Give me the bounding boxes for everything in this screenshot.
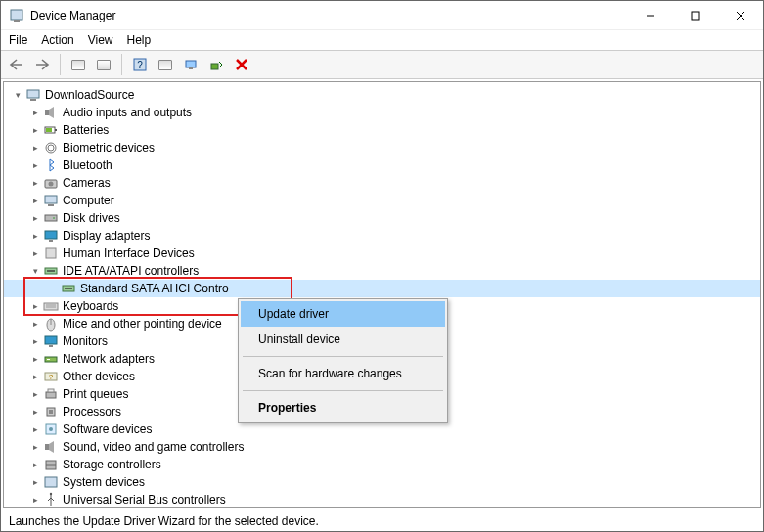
properties-button[interactable]	[92, 53, 115, 76]
device-category-icon	[43, 333, 59, 349]
svg-rect-3	[692, 12, 699, 20]
forward-button[interactable]	[30, 53, 54, 76]
tree-item-label: IDE ATA/ATAPI controllers	[63, 264, 199, 278]
tree-item[interactable]: ▸Sound, video and game controllers	[4, 438, 760, 456]
ctx-properties[interactable]: Properties	[241, 395, 445, 421]
scan-hardware-button[interactable]	[179, 53, 202, 76]
tree-item[interactable]: ▸Bluetooth	[4, 156, 760, 174]
chevron-right-icon[interactable]: ▸	[29, 388, 41, 400]
tree-item-label: Biometric devices	[63, 141, 155, 155]
tree-item-label: Audio inputs and outputs	[63, 106, 192, 119]
device-category-icon	[43, 122, 59, 138]
chevron-right-icon[interactable]: ▸	[29, 107, 41, 118]
tree-item-label: Bluetooth	[63, 158, 112, 172]
chevron-right-icon[interactable]: ▸	[29, 459, 41, 470]
chevron-down-icon[interactable]: ▾	[29, 265, 41, 277]
device-category-icon	[43, 404, 59, 420]
tree-item-label: Mice and other pointing device	[63, 317, 222, 331]
chevron-right-icon[interactable]: ▸	[29, 353, 41, 365]
tree-item-label: Universal Serial Bus controllers	[63, 493, 226, 507]
svg-rect-14	[30, 99, 36, 101]
svg-rect-45	[46, 392, 56, 398]
tree-item[interactable]: ▾IDE ATA/ATAPI controllers	[4, 262, 760, 280]
tree-root-label: DownloadSource	[45, 88, 134, 102]
chevron-right-icon[interactable]: ▸	[29, 441, 41, 453]
tree-item[interactable]: ▸Human Interface Devices	[4, 244, 760, 262]
back-button[interactable]	[5, 53, 28, 76]
tree-item-label: Software devices	[63, 422, 152, 436]
app-icon	[9, 8, 24, 23]
status-text: Launches the Update Driver Wizard for th…	[9, 514, 319, 528]
svg-rect-17	[55, 129, 57, 131]
device-category-icon	[43, 245, 59, 261]
svg-rect-39	[45, 336, 57, 344]
tree-root[interactable]: ▾ DownloadSource	[4, 86, 760, 104]
chevron-right-icon[interactable]: ▸	[29, 494, 41, 506]
menu-view[interactable]: View	[88, 33, 113, 47]
spacer	[47, 283, 59, 294]
update-driver-button[interactable]	[204, 53, 228, 76]
ctx-uninstall-device[interactable]: Uninstall device	[241, 327, 445, 352]
tree-item-selected[interactable]: Standard SATA AHCI Contro	[4, 280, 760, 297]
device-tree[interactable]: ▾ DownloadSource ▸Audio inputs and outpu…	[3, 81, 761, 508]
device-category-icon	[43, 351, 59, 367]
tree-item[interactable]: ▸Biometric devices	[4, 139, 760, 156]
tree-item[interactable]: ▸System devices	[4, 473, 760, 491]
chevron-right-icon[interactable]: ▸	[29, 318, 41, 330]
tree-item-label: Keyboards	[63, 299, 118, 313]
menu-action[interactable]: Action	[41, 33, 73, 47]
chevron-right-icon[interactable]: ▸	[29, 335, 41, 347]
device-category-icon	[43, 492, 59, 508]
svg-point-26	[53, 217, 55, 219]
minimize-button[interactable]	[628, 1, 673, 30]
uninstall-button[interactable]	[230, 53, 253, 76]
tree-item[interactable]: ▸Audio inputs and outputs	[4, 104, 760, 121]
chevron-right-icon[interactable]: ▸	[29, 142, 41, 154]
svg-text:?: ?	[137, 60, 143, 70]
help-button[interactable]: ?	[128, 53, 152, 76]
svg-rect-25	[45, 215, 57, 221]
device-category-icon: ?	[43, 369, 59, 384]
chevron-right-icon[interactable]: ▸	[29, 230, 41, 242]
chevron-right-icon[interactable]: ▸	[29, 124, 41, 136]
tree-item[interactable]: ▸Computer	[4, 192, 760, 209]
menu-file[interactable]: File	[9, 33, 27, 47]
device-category-icon	[43, 157, 59, 173]
tree-item[interactable]: ▸Universal Serial Bus controllers	[4, 491, 760, 508]
svg-point-22	[49, 182, 54, 187]
tree-item[interactable]: ▸Disk drives	[4, 209, 760, 227]
tree-item-label: Standard SATA AHCI Contro	[80, 282, 229, 295]
tree-item-label: Computer	[63, 194, 114, 207]
ctx-update-driver[interactable]: Update driver	[241, 301, 445, 327]
chevron-right-icon[interactable]: ▸	[29, 159, 41, 171]
svg-rect-13	[27, 90, 39, 98]
chevron-right-icon[interactable]: ▸	[29, 423, 41, 435]
device-category-icon	[43, 421, 59, 437]
toolbar-icon-button[interactable]	[154, 53, 177, 76]
chevron-right-icon[interactable]: ▸	[29, 177, 41, 189]
chevron-right-icon[interactable]: ▸	[29, 300, 41, 312]
chevron-right-icon[interactable]: ▸	[29, 371, 41, 382]
tree-item[interactable]: ▸Display adapters	[4, 227, 760, 244]
svg-point-55	[50, 493, 52, 495]
ctx-uninstall-label: Uninstall device	[258, 332, 340, 346]
tree-item-label: Cameras	[63, 176, 111, 190]
chevron-right-icon[interactable]: ▸	[29, 476, 41, 488]
ctx-update-label: Update driver	[258, 307, 329, 321]
ctx-properties-label: Properties	[258, 401, 316, 415]
close-button[interactable]	[718, 1, 763, 30]
tree-item-label: Processors	[63, 405, 121, 419]
svg-rect-28	[49, 240, 53, 242]
chevron-right-icon[interactable]: ▸	[29, 212, 41, 224]
tree-item[interactable]: ▸Cameras	[4, 174, 760, 192]
chevron-right-icon[interactable]: ▸	[29, 247, 41, 259]
menu-help[interactable]: Help	[127, 33, 152, 47]
chevron-right-icon[interactable]: ▸	[29, 195, 41, 206]
show-hide-tree-button[interactable]	[67, 53, 90, 76]
tree-item[interactable]: ▸Batteries	[4, 121, 760, 139]
chevron-down-icon[interactable]: ▾	[12, 89, 23, 101]
chevron-right-icon[interactable]: ▸	[29, 406, 41, 418]
maximize-button[interactable]	[673, 1, 718, 30]
tree-item[interactable]: ▸Storage controllers	[4, 456, 760, 473]
ctx-scan-hardware[interactable]: Scan for hardware changes	[241, 361, 445, 386]
